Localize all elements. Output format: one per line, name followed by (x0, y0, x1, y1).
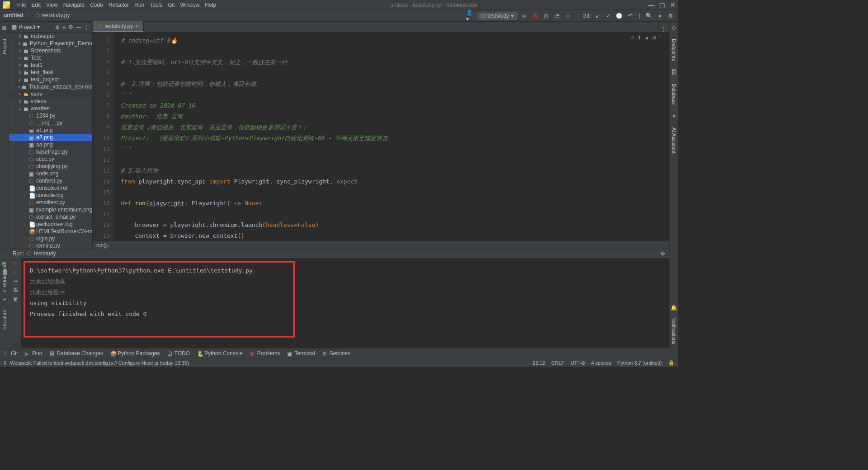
notifications-icon[interactable]: 🔔 (670, 305, 677, 311)
menu-file[interactable]: File (17, 2, 26, 8)
stop-button[interactable]: ■ (564, 12, 572, 20)
ai-assistant-right-icon[interactable]: ✦ (672, 113, 676, 119)
tool-services[interactable]: ⚙Services (322, 350, 350, 357)
tool-git[interactable]: ᛉGit (4, 350, 18, 357)
print-icon[interactable]: 🖶 (13, 287, 19, 293)
ide-logo-icon (3, 1, 10, 9)
menu-bar[interactable]: File Edit View Navigate Code Refactor Ru… (12, 2, 216, 8)
bookmarks-tool-label[interactable]: Bookmarks (2, 262, 7, 287)
debug-button[interactable]: 🐞 (531, 12, 539, 20)
project-view-chevron-icon[interactable]: ▾ (37, 24, 40, 30)
code-breadcrumb[interactable]: run() (93, 240, 669, 249)
pane-more-icon[interactable]: ⋮ (84, 24, 90, 30)
run-label: Run: (13, 250, 24, 257)
line-separator[interactable]: CRLF (552, 360, 565, 366)
database-label[interactable]: Database (671, 84, 677, 105)
project-tool-icon[interactable]: ▦ (1, 24, 8, 31)
tree-selected-file[interactable]: ▣a2.png (9, 134, 92, 141)
structure-tool-label[interactable]: Structure (2, 310, 7, 330)
status-bar: ▯ Webpack: Failed to load webpack.dev.co… (0, 358, 678, 367)
tool-db-changes[interactable]: 🗄Database Changes (49, 350, 103, 357)
tool-terminal[interactable]: ▣Terminal (287, 350, 315, 357)
notifications-label[interactable]: Notifications (671, 317, 677, 344)
project-pane-title: Project (19, 24, 35, 30)
menu-navigate[interactable]: Navigate (63, 2, 85, 8)
status-quick-icon[interactable]: ▯ (4, 360, 6, 366)
run-config-name: teststudy (34, 250, 56, 257)
console-output[interactable]: D:\software\Python\Python37\python.exe E… (24, 261, 295, 338)
breadcrumb-file[interactable]: teststudy.py (41, 12, 70, 19)
close-tab-icon[interactable]: × (136, 24, 138, 29)
caret-position[interactable]: 22:12 (533, 360, 545, 366)
tree-venv[interactable]: ›🖿venv (9, 90, 92, 98)
endpoints-icon[interactable]: ◇ (672, 24, 676, 31)
inspection-badges[interactable]: ⚠1 ▲3 ˆˇ (630, 34, 666, 40)
run-panel: ▶ ▦ ■ ≣ ⤾ ↑ ↓ ⇥ 🖶 🗑 D:\software\Python\P… (0, 258, 669, 348)
ai-assistant-label[interactable]: AI Assistant (671, 127, 677, 153)
database-icon[interactable]: 🗄 (671, 69, 677, 75)
select-opened-file-icon[interactable]: ⊕ (55, 24, 60, 30)
endpoints-label[interactable]: Endpoints (671, 39, 677, 61)
title-bar: File Edit View Navigate Code Refactor Ru… (0, 0, 678, 10)
menu-refactor[interactable]: Refactor (108, 2, 129, 8)
scroll-down-icon[interactable]: ↓ (13, 269, 19, 275)
search-everywhere-icon[interactable]: 🔍 (645, 12, 653, 20)
run-toolwindow-header: Run: ⬡ teststudy ⚙ — (0, 249, 678, 258)
tool-python-console[interactable]: 🐍Python Console (197, 350, 243, 357)
scroll-up-icon[interactable]: ↑ (13, 260, 19, 266)
window-maximize-icon[interactable]: ▢ (659, 2, 665, 8)
git-history-icon[interactable]: 🕓 (615, 12, 623, 20)
window-title: untitled - teststudy.py - Administrator (390, 2, 477, 8)
tool-python-packages[interactable]: 📦Python Packages (110, 350, 160, 357)
tabs-more-icon[interactable]: ⋮ (658, 26, 669, 32)
menu-view[interactable]: View (46, 2, 58, 8)
layout-icon[interactable]: ⤾ (2, 296, 9, 302)
run-button[interactable]: ▶ (520, 12, 528, 20)
code-editor[interactable]: 1234567891011121314151617181920 # coding… (93, 33, 669, 240)
right-tool-strip: ◇ Endpoints 🗄 Database ✦ AI Assistant 🔔 … (669, 22, 678, 348)
run-config-selector[interactable]: ⬡ teststudy ▾ (477, 12, 518, 20)
git-rollback-icon[interactable]: ↶ (626, 12, 634, 20)
coverage-button[interactable]: ◷ (542, 12, 550, 20)
dump-threads-icon[interactable]: ≣ (2, 287, 9, 293)
tool-problems[interactable]: ⊘Problems (250, 350, 280, 357)
tool-run[interactable]: ▶Run (25, 350, 42, 357)
settings-icon[interactable]: ⚙ (666, 12, 675, 20)
git-update-icon[interactable]: ↙ (594, 12, 602, 20)
pane-settings-icon[interactable]: ⚙ (68, 24, 73, 30)
project-tool-label[interactable]: Project (2, 39, 7, 54)
menu-tools[interactable]: Tools (150, 2, 162, 8)
tool-todo[interactable]: ☑TODO (167, 350, 190, 357)
run-settings-icon[interactable]: ⚙ (660, 250, 665, 257)
profile-button[interactable]: ◔ (553, 12, 561, 20)
expand-all-icon[interactable]: ≡ (62, 24, 66, 30)
hide-pane-icon[interactable]: — (76, 24, 81, 30)
nav-toolbar: untitled 〉 ⬡ teststudy.py 👤▾ ⬡ teststudy… (0, 10, 678, 22)
git-commit-icon[interactable]: ✓ (604, 12, 613, 20)
git-label: Git: (582, 13, 591, 19)
menu-window[interactable]: Window (180, 2, 200, 8)
clear-icon[interactable]: 🗑 (13, 296, 19, 302)
editor-tabs[interactable]: ⬡ teststudy.py × ⋮ (93, 22, 669, 33)
menu-code[interactable]: Code (90, 2, 103, 8)
file-encoding[interactable]: UTF-8 (571, 360, 585, 366)
window-minimize-icon[interactable]: — (648, 2, 654, 8)
breadcrumb[interactable]: untitled 〉 ⬡ teststudy.py (4, 12, 70, 19)
tab-teststudy[interactable]: ⬡ teststudy.py × (93, 21, 144, 32)
lock-icon[interactable]: 🔒 (668, 360, 675, 366)
run-left-tabs: ↑ ↓ ⇥ 🖶 🗑 (11, 258, 22, 348)
user-icon[interactable]: 👤▾ (466, 12, 474, 20)
window-close-icon[interactable]: ✕ (670, 2, 675, 8)
soft-wrap-icon[interactable]: ⇥ (13, 278, 19, 284)
menu-run[interactable]: Run (134, 2, 144, 8)
status-message: Webpack: Failed to load webpack.dev.conf… (10, 360, 189, 366)
indent-settings[interactable]: 4 spaces (591, 360, 611, 366)
menu-git[interactable]: Git (168, 2, 175, 8)
menu-help[interactable]: Help (205, 2, 216, 8)
python-interpreter[interactable]: Python 3.7 (untitled) (618, 360, 662, 366)
breadcrumb-root[interactable]: untitled (4, 12, 23, 19)
ai-assistant-icon[interactable]: ● (656, 12, 664, 20)
bottom-tools: ᛉGit ▶Run 🗄Database Changes 📦Python Pack… (0, 348, 678, 358)
gutter: 1234567891011121314151617181920 (93, 33, 114, 240)
menu-edit[interactable]: Edit (31, 2, 41, 8)
